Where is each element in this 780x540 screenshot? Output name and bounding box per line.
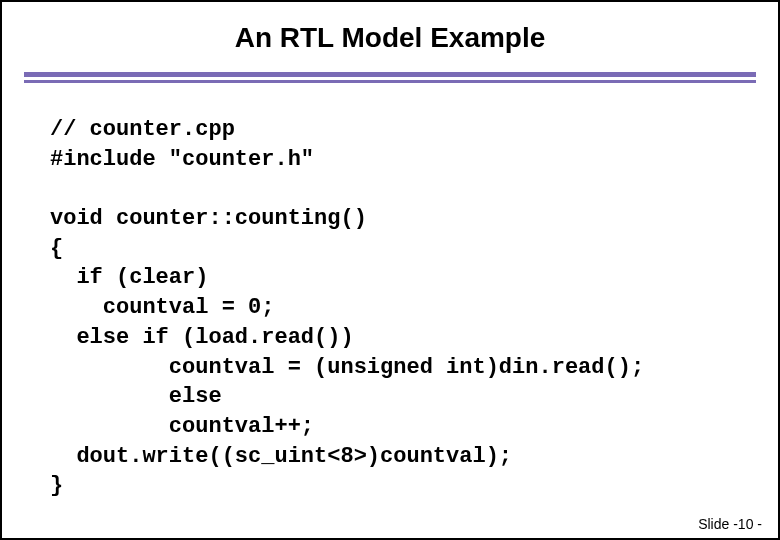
title-divider <box>24 72 756 83</box>
footer-suffix: - <box>753 516 762 532</box>
slide-footer: Slide -10 - <box>698 516 762 532</box>
slide-title: An RTL Model Example <box>2 2 778 72</box>
footer-prefix: Slide - <box>698 516 738 532</box>
footer-page-number: 10 <box>738 516 754 532</box>
slide-frame: An RTL Model Example // counter.cpp #inc… <box>0 0 780 540</box>
code-block: // counter.cpp #include "counter.h" void… <box>2 105 778 501</box>
divider-line-thin <box>24 80 756 83</box>
